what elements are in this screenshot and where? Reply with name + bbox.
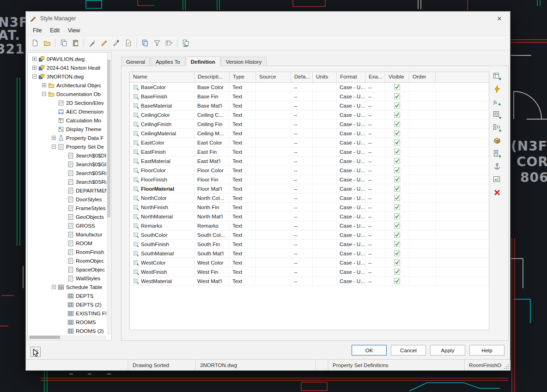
tree-item[interactable]: −Documentation Ob — [29, 90, 106, 98]
table-row[interactable]: FloorMaterialFloor Mat'lText--Case - U..… — [130, 184, 489, 193]
expand-toggle[interactable]: + — [32, 57, 36, 61]
close-button[interactable]: ✕ — [493, 13, 505, 24]
visible-checkbox[interactable] — [394, 84, 400, 90]
visible-checkbox[interactable] — [394, 195, 400, 201]
visible-checkbox[interactable] — [394, 139, 400, 145]
visible-checkbox[interactable] — [394, 223, 400, 229]
tree-item[interactable]: DEPTS — [29, 291, 106, 300]
table-row[interactable]: FloorColorFloor ColorText--Case - U...-- — [130, 166, 489, 175]
column-header[interactable]: Units — [313, 72, 337, 82]
column-header[interactable]: Defa... — [291, 72, 313, 82]
copystyles-button[interactable] — [140, 38, 150, 48]
table-row[interactable]: RemarksRemarksText--Case - U...-- — [130, 221, 489, 230]
visible-checkbox[interactable] — [394, 241, 400, 247]
tree-item[interactable]: RoomObjec — [29, 256, 106, 265]
ok-button[interactable]: OK — [352, 345, 387, 356]
add-anchor-property-button[interactable] — [492, 161, 503, 172]
table-row[interactable]: WestFinishWest FinText--Case - U...-- — [130, 267, 489, 277]
tree-item[interactable]: FrameStyles — [29, 204, 106, 212]
add-material-property-button[interactable] — [492, 135, 503, 146]
visible-checkbox[interactable] — [394, 93, 400, 99]
table-row[interactable]: NorthFinishNorth FinText--Case - U...-- — [130, 203, 489, 212]
visible-checkbox[interactable] — [394, 167, 400, 173]
visible-checkbox[interactable] — [394, 103, 400, 109]
table-row[interactable]: CeilingColorCeiling C...Text--Case - U..… — [130, 110, 489, 120]
expand-toggle[interactable]: + — [32, 66, 36, 70]
add-classification-property-button[interactable] — [492, 122, 503, 133]
visible-checkbox[interactable] — [394, 186, 400, 192]
table-row[interactable]: CeilingMaterialCeiling M...Text--Case - … — [130, 129, 489, 138]
table-row[interactable]: FloorFinishFloor FinText--Case - U...-- — [130, 175, 489, 184]
tree-vertical-scrollbar[interactable] — [107, 53, 111, 335]
tree-item[interactable]: 2D Section/Elev — [29, 98, 106, 107]
tree-item[interactable]: DoorStyles — [29, 195, 106, 204]
visible-checkbox[interactable] — [394, 232, 400, 238]
tree-item[interactable]: 3earch$0SR( — [29, 169, 106, 177]
tree-item[interactable]: GROSS — [29, 221, 106, 230]
newstyle-button[interactable] — [99, 38, 109, 48]
table-row[interactable]: BaseFinishBase FinText--Case - U...-- — [130, 92, 489, 101]
tree-item[interactable]: RoomFinish — [29, 247, 106, 256]
visible-checkbox[interactable] — [394, 149, 400, 155]
tree-item[interactable]: Calculation Mo — [29, 116, 106, 125]
tree-item[interactable]: WallStyles — [29, 274, 106, 283]
visible-checkbox[interactable] — [394, 269, 400, 275]
table-row[interactable]: CeilingFinishCeiling FinText--Case - U..… — [130, 120, 489, 129]
tree-item[interactable]: 3earch$0$GI — [29, 160, 106, 169]
remove-property-button[interactable] — [492, 187, 503, 198]
tree-item[interactable]: AEC Dimension — [29, 107, 106, 116]
visible-checkbox[interactable] — [394, 250, 400, 256]
tree-item[interactable]: 3earch$0$DI — [29, 151, 106, 160]
tree-item[interactable]: ROOM — [29, 239, 106, 247]
visible-checkbox[interactable] — [394, 112, 400, 118]
table-row[interactable]: SouthMaterialSouth Mat'lText--Case - U..… — [130, 249, 489, 258]
visible-checkbox[interactable] — [394, 213, 400, 219]
table-row[interactable]: NorthMaterialNorth Mat'lText--Case - U..… — [130, 212, 489, 221]
setfrom-button[interactable] — [111, 38, 122, 48]
tree-item[interactable]: +0PAVILION.dwg — [29, 54, 106, 63]
collapse-toggle[interactable]: − — [52, 145, 56, 149]
title-bar[interactable]: Style Manager ✕ — [26, 12, 510, 25]
table-row[interactable]: SouthColorSouth Col...Text--Case - U...-… — [130, 230, 489, 240]
add-location-property-button[interactable] — [492, 109, 503, 120]
tree-item[interactable]: ROOMS — [29, 318, 106, 326]
expand-toggle[interactable]: + — [42, 83, 46, 87]
collapse-toggle[interactable]: − — [32, 74, 36, 78]
add-graphic-property-button[interactable] — [492, 174, 503, 185]
tree-item[interactable]: +Property Data F — [29, 133, 106, 142]
visible-checkbox[interactable] — [394, 121, 400, 127]
cancel-button[interactable]: Cancel — [391, 345, 426, 356]
table-row[interactable]: NorthColorNorth Col...Text--Case - U...-… — [130, 193, 489, 203]
tree-horizontal-scrollbar[interactable] — [28, 335, 106, 339]
table-row[interactable]: EastMaterialEast Mat'lText--Case - U...-… — [130, 157, 489, 166]
add-project-property-button[interactable] — [492, 148, 503, 159]
tab-version-history[interactable]: Version History — [221, 57, 267, 66]
tree-item[interactable]: +2024-041 Norton Healt — [29, 63, 106, 72]
listview-button[interactable] — [164, 38, 174, 48]
table-row[interactable]: WestColorWest ColorText--Case - U...-- — [130, 258, 489, 267]
column-header[interactable]: Descripti... — [194, 72, 230, 82]
table-row[interactable]: BaseMaterialBase Mat'lText--Case - U...-… — [130, 101, 489, 110]
tab-definition[interactable]: Definition — [186, 56, 220, 66]
purge-button[interactable] — [123, 38, 134, 48]
tree-item[interactable]: −Property Set De — [29, 142, 106, 151]
table-row[interactable]: WestMaterialWest Mat'lText--Case - U...-… — [130, 277, 489, 286]
column-header[interactable]: Type — [230, 72, 256, 82]
tree-item[interactable]: 3earch$0SRr — [29, 177, 106, 186]
expand-toggle[interactable]: + — [52, 136, 56, 140]
menu-file[interactable]: File — [29, 26, 46, 35]
tree-item[interactable]: DEPARTMEN — [29, 186, 106, 195]
visible-checkbox[interactable] — [394, 204, 400, 210]
tree-item[interactable]: Manufactur — [29, 230, 106, 239]
tree-item[interactable]: DEPTS (2) — [29, 300, 106, 309]
add-automatic-property-button[interactable] — [492, 84, 503, 94]
table-row[interactable]: SouthFinishSouth FinText--Case - U...-- — [130, 240, 489, 249]
tab-general[interactable]: General — [121, 57, 150, 66]
filter-button[interactable] — [152, 38, 162, 48]
apply-button[interactable]: Apply — [430, 345, 465, 356]
scrollbar-thumb[interactable] — [30, 336, 60, 339]
tree-item[interactable]: Display Theme — [29, 125, 106, 133]
tree-item[interactable]: −Schedule Table — [29, 283, 106, 291]
table-row[interactable]: EastColorEast ColorText--Case - U...-- — [130, 138, 489, 147]
help-button[interactable]: Help — [469, 345, 504, 356]
